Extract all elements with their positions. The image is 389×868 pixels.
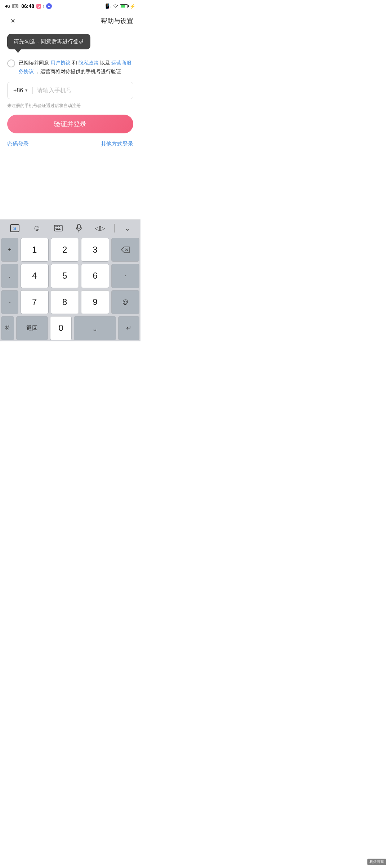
key-0[interactable]: 0 <box>50 316 71 340</box>
hint-text: 未注册的手机号验证通过后将自动注册 <box>7 103 133 109</box>
close-button[interactable]: × <box>7 15 19 27</box>
key-enter[interactable]: ↵ <box>118 316 139 340</box>
svg-rect-3 <box>55 226 57 227</box>
agreement-text-3: 以及 <box>100 60 112 66</box>
keyboard-row-3: - 7 8 9 @ <box>0 289 140 315</box>
lightning-icon: ⚡ <box>130 4 135 9</box>
password-login-link[interactable]: 密码登录 <box>7 141 29 147</box>
keyboard-row-2: . 4 5 6 · <box>0 263 140 289</box>
phone-input-wrapper: +86 ▼ <box>7 82 133 99</box>
phone-section: +86 ▼ <box>7 82 133 99</box>
toolbar-mic-btn[interactable] <box>72 222 85 235</box>
user-agreement-link[interactable]: 用户协议 <box>50 60 71 66</box>
country-code-selector[interactable]: +86 ▼ <box>13 87 33 94</box>
sogou-icon: S <box>10 224 19 232</box>
keyboard-icon <box>54 225 63 231</box>
top-nav: × 帮助与设置 <box>0 12 140 30</box>
other-login-link[interactable]: 其他方式登录 <box>101 141 133 147</box>
svg-rect-4 <box>57 226 58 227</box>
key-6[interactable]: 6 <box>81 264 109 288</box>
toolbar-cursor-btn[interactable]: ◁I▷ <box>91 222 108 234</box>
toolbar-collapse-btn[interactable]: ⌄ <box>121 222 134 235</box>
agreement-checkbox[interactable] <box>7 59 15 67</box>
battery-icon <box>120 4 128 8</box>
svg-rect-10 <box>77 224 80 229</box>
key-space[interactable]: ␣ <box>74 316 116 340</box>
key-return-cn[interactable]: 返回 <box>16 316 48 340</box>
key-5[interactable]: 5 <box>51 264 79 288</box>
keyboard-row-1: + 1 2 3 <box>0 237 140 263</box>
close-icon: × <box>11 16 15 26</box>
key-symbol[interactable]: 符 <box>1 316 14 340</box>
key-plus[interactable]: + <box>1 238 18 262</box>
keyboard-toolbar: S ☺ ◁I▷ ⌄ <box>0 220 140 237</box>
key-minus[interactable]: - <box>1 290 18 314</box>
collapse-icon: ⌄ <box>124 224 130 232</box>
svg-rect-5 <box>59 226 60 227</box>
emoji-icon: ☺ <box>33 223 41 233</box>
key-dot[interactable]: . <box>1 264 18 288</box>
backspace-icon <box>121 247 130 253</box>
soul-icon: S <box>36 4 41 9</box>
status-bar: 4G HD 06:48 S ♪ ● 📳 ⚡ <box>0 0 140 12</box>
toolbar-emoji-btn[interactable]: ☺ <box>29 221 44 235</box>
agreement-section: 已阅读并同意 用户协议 和 隐私政策 以及 运营商服务协议 ，运营商将对你提供的… <box>0 55 140 82</box>
key-period-alt[interactable]: · <box>111 264 139 288</box>
mic-icon <box>76 224 82 232</box>
key-4[interactable]: 4 <box>21 264 49 288</box>
page-title: 帮助与设置 <box>101 17 133 25</box>
discord-icon: ● <box>46 3 52 9</box>
svg-rect-6 <box>55 228 57 229</box>
privacy-policy-link[interactable]: 隐私政策 <box>79 60 99 66</box>
status-left: 4G HD 06:48 S ♪ ● <box>5 3 52 9</box>
keyboard-main: + 1 2 3 . 4 5 6 · - 7 8 9 @ 符 返回 0 ␣ ↵ <box>0 237 140 341</box>
svg-rect-9 <box>56 229 61 230</box>
verify-button-label: 验证并登录 <box>54 120 86 128</box>
tooltip-bubble: 请先勾选，同意后再进行登录 <box>7 34 90 49</box>
svg-rect-8 <box>59 228 60 229</box>
cursor-icon: ◁I▷ <box>95 224 104 232</box>
key-at[interactable]: @ <box>111 290 139 314</box>
status-right: 📳 ⚡ <box>104 3 135 9</box>
bottom-links: 密码登录 其他方式登录 <box>0 141 140 147</box>
key-2[interactable]: 2 <box>51 238 79 262</box>
key-8[interactable]: 8 <box>51 290 79 314</box>
tooltip-text: 请先勾选，同意后再进行登录 <box>14 38 84 44</box>
toolbar-keyboard-btn[interactable] <box>50 223 66 234</box>
network-indicator: 4G <box>5 4 10 8</box>
phone-number-input[interactable] <box>37 87 127 94</box>
keyboard-spacer <box>0 155 140 220</box>
verify-login-button[interactable]: 验证并登录 <box>7 115 133 133</box>
wifi-icon <box>112 4 118 8</box>
agreement-text: 已阅读并同意 用户协议 和 隐私政策 以及 运营商服务协议 ，运营商将对你提供的… <box>19 59 133 76</box>
agreement-text-4: ，运营商将对你提供的手机号进行验证 <box>35 68 121 74</box>
svg-text:S: S <box>13 226 17 231</box>
key-7[interactable]: 7 <box>21 290 49 314</box>
vibrate-icon: 📳 <box>104 3 111 9</box>
keyboard-row-4: 符 返回 0 ␣ ↵ <box>0 315 140 341</box>
key-1[interactable]: 1 <box>21 238 49 262</box>
toolbar-sogou-btn[interactable]: S <box>6 222 23 234</box>
hd-indicator: HD <box>12 4 18 8</box>
music-icon: ♪ <box>43 4 45 9</box>
agreement-text-1: 已阅读并同意 <box>19 60 50 66</box>
dropdown-arrow-icon: ▼ <box>24 88 28 92</box>
tooltip-container: 请先勾选，同意后再进行登录 <box>7 34 133 49</box>
toolbar-divider <box>114 224 115 232</box>
country-code-text: +86 <box>13 87 23 94</box>
svg-rect-7 <box>57 228 58 229</box>
key-backspace[interactable] <box>111 238 139 262</box>
key-3[interactable]: 3 <box>81 238 109 262</box>
agreement-text-2: 和 <box>72 60 79 66</box>
key-9[interactable]: 9 <box>81 290 109 314</box>
time-display: 06:48 <box>21 3 34 9</box>
